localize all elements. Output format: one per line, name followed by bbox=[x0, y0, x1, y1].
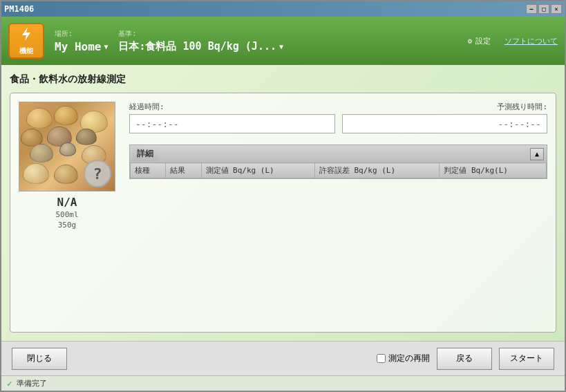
standard-value: 日本:食料品 100 Bq/kg (J... bbox=[118, 40, 276, 53]
details-table: 核種 結果 測定値 Bq/kg (L) 許容誤差 Bq/kg (L) 判定値 B… bbox=[130, 162, 547, 178]
egg-2 bbox=[54, 106, 78, 125]
title-bar-controls: − □ ✕ bbox=[526, 4, 562, 14]
bottom-bar: 閉じる 測定の再開 戻る スタート bbox=[1, 341, 565, 375]
measurement-area: ? N/A 500ml 350g 経過時間: bbox=[10, 93, 556, 333]
app-title: PM1406 bbox=[4, 4, 34, 14]
status-icon: ✓ bbox=[7, 378, 12, 389]
egg-10 bbox=[23, 163, 49, 184]
egg-7 bbox=[30, 144, 53, 162]
image-column: ? N/A 500ml 350g bbox=[19, 102, 115, 230]
remaining-input[interactable] bbox=[342, 114, 548, 133]
remeasure-label: 測定の再開 bbox=[388, 353, 430, 364]
close-button[interactable]: ✕ bbox=[551, 4, 562, 14]
settings-label: 設定 bbox=[475, 36, 491, 46]
volume-value: 500ml bbox=[55, 210, 78, 219]
col-result: 結果 bbox=[166, 163, 201, 178]
timing-row: 経過時間: 予測残り時間: bbox=[129, 102, 547, 133]
func-button[interactable]: 機能 bbox=[8, 23, 44, 59]
standard-label: 基準: bbox=[118, 29, 283, 39]
status-text: 準備完了 bbox=[17, 378, 47, 389]
start-button[interactable]: スタート bbox=[499, 348, 554, 370]
start-label: スタート bbox=[510, 353, 543, 364]
sample-image: ? bbox=[19, 102, 115, 192]
remeasure-checkbox[interactable] bbox=[377, 354, 386, 363]
elapsed-field: 経過時間: bbox=[129, 102, 335, 133]
remeasure-section: 測定の再開 bbox=[377, 353, 430, 364]
egg-11 bbox=[54, 165, 78, 184]
volume-info: 500ml bbox=[55, 210, 78, 219]
close-button[interactable]: 閉じる bbox=[12, 348, 67, 370]
standard-section: 基準: 日本:食料品 100 Bq/kg (J... ▼ bbox=[118, 29, 283, 53]
close-label: 閉じる bbox=[27, 353, 52, 364]
location-dropdown-arrow[interactable]: ▼ bbox=[104, 43, 108, 50]
table-header-row: 核種 結果 測定値 Bq/kg (L) 許容誤差 Bq/kg (L) 判定値 B… bbox=[131, 163, 547, 178]
question-mark: ? bbox=[84, 160, 111, 187]
collapse-button[interactable]: ▲ bbox=[530, 148, 544, 160]
standard-value-row: 日本:食料品 100 Bq/kg (J... ▼ bbox=[118, 40, 283, 53]
details-section: 詳細 ▲ 核種 結果 測定値 Bq/kg ( bbox=[129, 144, 547, 230]
toolbar: 機能 場所: My Home ▼ 基準: 日本:食料品 100 Bq/kg (J… bbox=[1, 17, 565, 65]
elapsed-label: 経過時間: bbox=[129, 102, 335, 112]
elapsed-input[interactable] bbox=[129, 114, 335, 133]
quail-egg bbox=[59, 142, 76, 156]
measurement-top: ? N/A 500ml 350g 経過時間: bbox=[19, 102, 547, 230]
main-content: 食品・飲料水の放射線測定 bbox=[1, 65, 565, 341]
details-header-bar: 詳細 ▲ bbox=[130, 145, 547, 162]
toolbar-right: ⚙ 設定 ソフトについて bbox=[467, 36, 558, 46]
location-value: My Home bbox=[55, 40, 101, 53]
eggs-background: ? bbox=[19, 102, 115, 191]
title-bar: PM1406 − □ ✕ bbox=[1, 1, 565, 17]
standard-dropdown-arrow[interactable]: ▼ bbox=[279, 43, 283, 50]
col-nuclide: 核種 bbox=[131, 163, 166, 178]
location-value-row: My Home ▼ bbox=[55, 40, 108, 53]
remaining-field: 予測残り時間: bbox=[342, 102, 548, 133]
svg-marker-0 bbox=[22, 27, 30, 41]
col-judgment: 判定値 Bq/kg(L) bbox=[440, 163, 547, 178]
na-label: N/A bbox=[57, 196, 77, 209]
title-bar-left: PM1406 bbox=[4, 4, 34, 14]
location-section: 場所: My Home ▼ bbox=[55, 29, 108, 53]
weight-info: 350g bbox=[58, 221, 77, 230]
back-button[interactable]: 戻る bbox=[437, 348, 492, 370]
status-bar: ✓ 準備完了 bbox=[1, 375, 565, 391]
egg-1 bbox=[26, 108, 53, 129]
egg-6 bbox=[76, 129, 97, 145]
minimize-button[interactable]: − bbox=[526, 4, 537, 14]
func-label: 機能 bbox=[19, 46, 33, 56]
main-window: PM1406 − □ ✕ 機能 場所: My Home ▼ bbox=[0, 0, 566, 392]
func-icon bbox=[19, 26, 33, 45]
about-link[interactable]: ソフトについて bbox=[504, 36, 558, 46]
timing-section: 経過時間: 予測残り時間: 詳細 bbox=[129, 102, 547, 230]
location-label: 場所: bbox=[55, 29, 108, 39]
maximize-button[interactable]: □ bbox=[538, 4, 549, 14]
settings-section[interactable]: ⚙ 設定 bbox=[467, 36, 491, 46]
col-tolerance: 許容誤差 Bq/kg (L) bbox=[314, 163, 439, 178]
col-measurement: 測定値 Bq/kg (L) bbox=[201, 163, 314, 178]
weight-value: 350g bbox=[58, 221, 77, 230]
collapse-icon: ▲ bbox=[535, 150, 539, 158]
remaining-label: 予測残り時間: bbox=[342, 102, 548, 112]
details-wrapper: 詳細 ▲ 核種 結果 測定値 Bq/kg ( bbox=[129, 144, 547, 179]
details-title: 詳細 bbox=[133, 147, 158, 161]
page-title: 食品・飲料水の放射線測定 bbox=[10, 73, 556, 86]
back-label: 戻る bbox=[456, 353, 473, 364]
settings-icon: ⚙ bbox=[467, 37, 472, 46]
